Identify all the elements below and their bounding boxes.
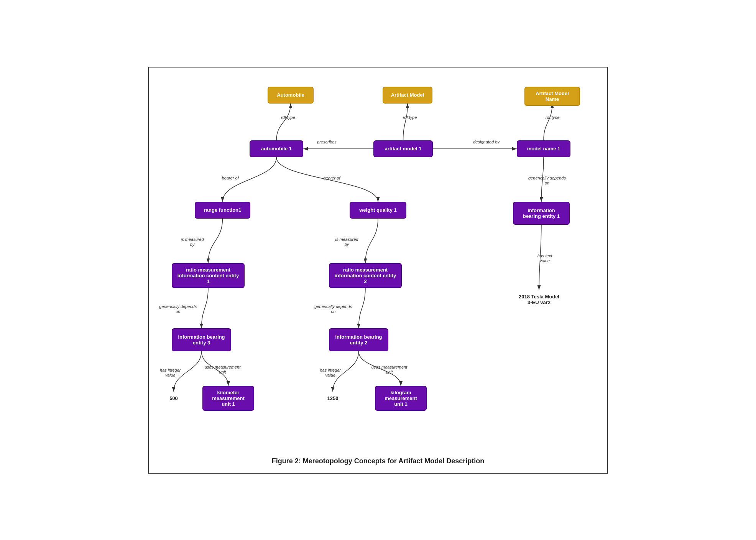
node-value_500: 500 <box>162 392 185 405</box>
edge-label-artifact_model1->automobile1: prescribes <box>317 140 337 144</box>
node-automobile1: automobile 1 <box>250 140 303 157</box>
edge-info_bearing_entity2->kg_unit1 <box>359 351 401 386</box>
node-automobile_class: Automobile <box>268 87 314 104</box>
node-artifact_model_name_class: Artifact Model Name <box>524 87 580 106</box>
edge-label-automobile1->range_function1: bearer of <box>222 176 239 180</box>
edge-automobile1->automobile_class <box>276 104 291 140</box>
edge-label-artifact_model1->model_name1: designated by <box>473 140 500 144</box>
edge-label-info_bearing_entity3->value_500: has integervalue <box>160 367 181 377</box>
node-text_value: 2018 Tesla Model 3-EU var2 <box>511 290 567 309</box>
edge-label-model_name1->artifact_model_name_class: rdf:type <box>546 115 560 120</box>
edge-label-info_bearing_entity2->value_1250: has integervalue <box>320 367 342 377</box>
edge-weight_quality1->ratio_ice2 <box>365 219 378 263</box>
edge-label-automobile1->automobile_class: rdf:type <box>281 115 295 120</box>
edge-label-info_bearing_entity3->km_unit1: uses measurementunit <box>205 365 241 374</box>
edge-label-range_function1->ratio_ice1: is measuredby <box>181 237 204 247</box>
edge-ratio_ice1->info_bearing_entity3 <box>202 288 209 328</box>
node-info_bearing_entity1: information bearing entity 1 <box>513 202 570 225</box>
node-value_1250: 1250 <box>321 392 344 405</box>
node-ratio_ice1: ratio measurement information content en… <box>172 263 245 288</box>
node-info_bearing_entity2: information bearing entity 2 <box>329 328 388 351</box>
diagram-container: rdf:typerdf:typerdf:typeprescribesdesign… <box>148 67 608 474</box>
edge-label-info_bearing_entity2->kg_unit1: uses measurementunit <box>371 365 408 374</box>
edge-info_bearing_entity2->value_1250 <box>333 351 359 392</box>
edge-model_name1->artifact_model_name_class <box>544 104 552 140</box>
edge-info_bearing_entity3->km_unit1 <box>202 351 228 386</box>
edge-label-ratio_ice1->info_bearing_entity3: generically dependson <box>159 304 197 314</box>
edge-model_name1->info_bearing_entity1 <box>541 157 544 202</box>
node-model_name1: model name 1 <box>517 140 570 157</box>
edge-info_bearing_entity1->text_value <box>539 225 541 290</box>
diagram-area: rdf:typerdf:typerdf:typeprescribesdesign… <box>156 75 600 451</box>
edge-label-artifact_model1->artifact_model_class: rdf:type <box>403 115 417 120</box>
node-artifact_model_class: Artifact Model <box>383 87 432 104</box>
edge-label-info_bearing_entity1->text_value: has textvalue <box>537 254 552 263</box>
edge-label-ratio_ice2->info_bearing_entity2: generically dependson <box>314 304 352 314</box>
edge-label-automobile1->weight_quality1: bearer of <box>323 176 340 180</box>
edge-automobile1->range_function1 <box>223 157 277 202</box>
node-weight_quality1: weight quality 1 <box>350 202 406 219</box>
edge-label-weight_quality1->ratio_ice2: is measuredby <box>335 237 359 247</box>
node-kg_unit1: kilogram measurement unit 1 <box>375 386 427 411</box>
edge-range_function1->ratio_ice1 <box>208 219 223 263</box>
node-ratio_ice2: ratio measurement information content en… <box>329 263 402 288</box>
node-artifact_model1: artifact model 1 <box>373 140 433 157</box>
edge-automobile1->weight_quality1 <box>276 157 378 202</box>
node-range_function1: range function1 <box>195 202 250 219</box>
edge-artifact_model1->artifact_model_class <box>403 104 408 140</box>
diagram-title: Figure 2: Mereotopology Concepts for Art… <box>156 457 600 465</box>
node-km_unit1: kilometer measurement unit 1 <box>202 386 254 411</box>
edge-label-model_name1->info_bearing_entity1: generically dependson <box>528 176 566 185</box>
edge-info_bearing_entity3->value_500 <box>174 351 202 392</box>
node-info_bearing_entity3: information bearing entity 3 <box>172 328 231 351</box>
edge-ratio_ice2->info_bearing_entity2 <box>359 288 366 328</box>
